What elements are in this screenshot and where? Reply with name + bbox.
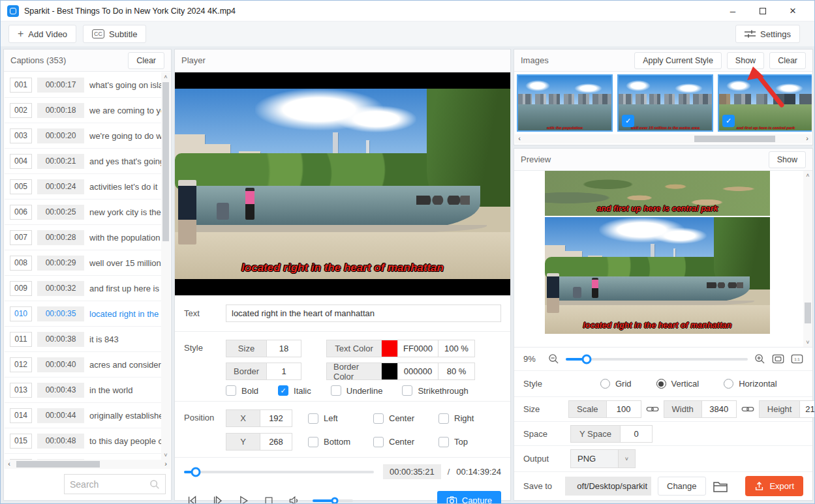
captions-vscroll-thumb[interactable]: [162, 82, 169, 241]
caption-text[interactable]: to this day people come: [89, 436, 161, 446]
caption-number[interactable]: 009: [10, 281, 32, 296]
text-color-swatch[interactable]: [382, 340, 398, 357]
apply-current-style-button[interactable]: Apply Current Style: [634, 52, 722, 69]
add-video-button[interactable]: + Add Video: [8, 25, 76, 43]
previous-frame-button[interactable]: [184, 492, 201, 504]
search-input[interactable]: [70, 479, 149, 490]
width-field[interactable]: Width3840: [664, 400, 737, 418]
x-value[interactable]: 192: [260, 410, 292, 426]
caption-row[interactable]: 01500:00:48to this day people come: [5, 428, 161, 454]
scale-field[interactable]: Scale100: [568, 400, 641, 418]
caption-timestamp[interactable]: 00:00:43: [37, 383, 84, 398]
volume-slider[interactable]: [313, 499, 353, 502]
center-checkbox[interactable]: [373, 437, 384, 447]
stop-button[interactable]: [260, 492, 277, 504]
style-option-horizontal[interactable]: Horizontal: [724, 379, 777, 389]
export-button[interactable]: Export: [745, 476, 803, 496]
next-frame-button[interactable]: [209, 492, 226, 504]
caption-row[interactable]: 00900:00:32and first up here is centra: [5, 276, 161, 301]
strikethrough-checkbox[interactable]: [402, 385, 412, 396]
bottom-checkbox[interactable]: [308, 437, 318, 447]
zoom-in-icon[interactable]: [754, 353, 765, 364]
caption-timestamp[interactable]: 00:00:24: [37, 179, 84, 194]
field-value[interactable]: 3840: [702, 401, 736, 417]
caption-text[interactable]: acres and considered one: [89, 360, 161, 370]
y-value[interactable]: 268: [260, 434, 292, 450]
caption-timestamp[interactable]: 00:00:44: [37, 408, 84, 423]
caption-row[interactable]: 00600:00:25new york city is the large: [5, 200, 161, 225]
caption-text[interactable]: located right in the heart: [89, 309, 161, 319]
zoom-slider-handle[interactable]: [582, 354, 592, 364]
caption-number[interactable]: 014: [10, 408, 32, 423]
caption-number[interactable]: 015: [10, 434, 32, 449]
caption-text[interactable]: what's going on island ho: [89, 80, 161, 90]
field-value[interactable]: 100: [607, 401, 641, 417]
caption-timestamp[interactable]: 00:00:40: [37, 357, 84, 372]
caption-text[interactable]: well over 15 million in th: [89, 258, 161, 268]
image-thumbnail[interactable]: and first up here is central park✓: [718, 74, 812, 132]
images-show-button[interactable]: Show: [727, 52, 764, 69]
caption-text-input[interactable]: [226, 304, 501, 322]
minimize-button[interactable]: –: [718, 1, 748, 21]
caption-row[interactable]: 00100:00:17what's going on island ho: [5, 72, 161, 98]
folder-icon[interactable]: [713, 480, 728, 493]
caption-row[interactable]: 01200:00:40acres and considered one: [5, 352, 161, 378]
style-option-grid[interactable]: Grid: [600, 379, 632, 389]
volume-slider-handle[interactable]: [331, 497, 339, 504]
text-color-hex[interactable]: FF0000: [398, 340, 438, 357]
caption-number[interactable]: 003: [10, 128, 32, 143]
bold-checkbox[interactable]: [226, 385, 236, 396]
scroll-up-icon[interactable]: ˄: [803, 171, 812, 180]
seek-slider[interactable]: [184, 471, 374, 473]
capture-button[interactable]: Capture: [437, 491, 501, 504]
y-space-field[interactable]: Y Space 0: [570, 425, 653, 443]
caption-text[interactable]: we're going to do with th: [89, 131, 161, 141]
radio-icon[interactable]: [656, 379, 666, 389]
zoom-out-icon[interactable]: [548, 353, 559, 364]
caption-timestamp[interactable]: 00:00:20: [37, 128, 84, 143]
caption-number[interactable]: 006: [10, 205, 32, 220]
seek-slider-handle[interactable]: [191, 467, 201, 477]
position-x-field[interactable]: X 192: [226, 409, 292, 427]
caption-row[interactable]: 00800:00:29well over 15 million in th: [5, 250, 161, 276]
caption-number[interactable]: 010: [10, 306, 32, 321]
font-size-field[interactable]: Size 18: [226, 340, 301, 357]
caption-row[interactable]: 01100:00:38it is 843: [5, 327, 161, 352]
preview-viewport[interactable]: and first up here is central park locate…: [514, 171, 812, 348]
caption-number[interactable]: 004: [10, 154, 32, 169]
settings-button[interactable]: Settings: [735, 25, 800, 43]
caption-number[interactable]: 012: [10, 357, 32, 372]
video-player-surface[interactable]: located right in the heart of manhattan: [175, 72, 510, 295]
preview-zoom-slider[interactable]: [566, 358, 748, 361]
caption-text[interactable]: we are coming to you \N: [89, 106, 161, 115]
caption-row[interactable]: 00300:00:20we're going to do with th: [5, 123, 161, 149]
actual-size-icon[interactable]: 1:1: [791, 354, 803, 364]
caption-timestamp[interactable]: 00:00:25: [37, 205, 84, 220]
images-horizontal-scrollbar[interactable]: ‹ ›: [515, 134, 812, 143]
image-thumbnail[interactable]: well over 15 million in the metro area✓: [617, 74, 713, 132]
border-color-hex[interactable]: 000000: [398, 363, 438, 379]
link-icon[interactable]: [741, 405, 754, 413]
link-icon[interactable]: [646, 405, 659, 413]
caption-text[interactable]: with the population: [89, 233, 161, 243]
border-color-swatch[interactable]: [382, 363, 398, 379]
caption-text[interactable]: in the world: [89, 385, 161, 395]
image-thumbnail[interactable]: with the population: [517, 74, 613, 132]
style-option-vertical[interactable]: Vertical: [656, 379, 700, 389]
caption-row[interactable]: 00400:00:21and yes that's going to ir: [5, 149, 161, 174]
scroll-up-icon[interactable]: ˄: [161, 72, 170, 82]
scroll-right-icon[interactable]: ›: [161, 460, 170, 469]
caption-row[interactable]: 01300:00:43in the world: [5, 378, 161, 403]
caption-number[interactable]: 013: [10, 383, 32, 398]
caption-row[interactable]: 00200:00:18we are coming to you \N: [5, 98, 161, 123]
change-path-button[interactable]: Change: [658, 477, 706, 496]
y-space-value[interactable]: 0: [621, 426, 652, 442]
caption-text[interactable]: activities let's do it: [89, 182, 161, 192]
border-color-opacity[interactable]: 80 %: [438, 363, 474, 379]
height-field[interactable]: Height21600: [759, 400, 815, 418]
underline-checkbox[interactable]: [331, 385, 341, 396]
caption-row[interactable]: 01400:00:44originally established for: [5, 403, 161, 428]
top-checkbox[interactable]: [438, 437, 449, 447]
caption-timestamp[interactable]: 00:00:48: [37, 434, 84, 449]
size-value[interactable]: 18: [267, 340, 301, 357]
